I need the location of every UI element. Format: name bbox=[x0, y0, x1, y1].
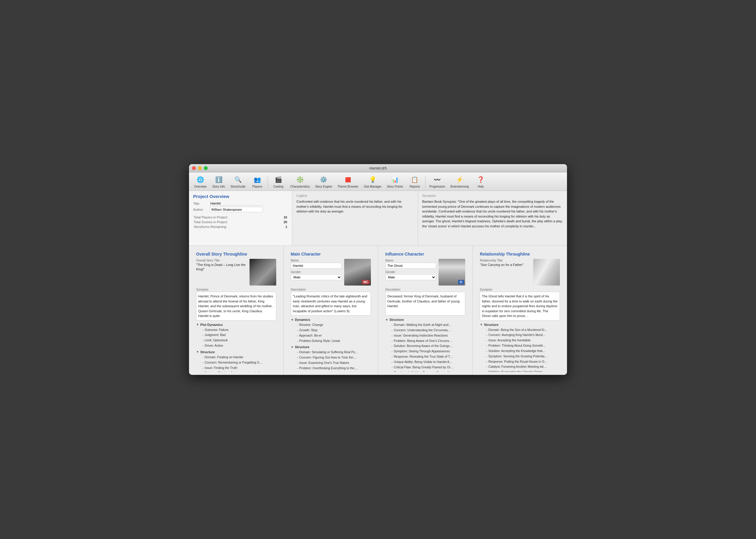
characteristics-icon: ❇️ bbox=[295, 175, 305, 184]
rel-title-label: Relationship Title: bbox=[480, 259, 531, 262]
toolbar-story-points[interactable]: 📊 Story Points bbox=[384, 174, 405, 190]
maximize-button[interactable] bbox=[204, 166, 208, 170]
main-char-dynamics-heading[interactable]: ▼ Dynamics bbox=[291, 318, 371, 321]
close-button[interactable] bbox=[192, 166, 196, 170]
progression-label: Progression bbox=[429, 185, 445, 188]
rel-structure-heading[interactable]: ▼ Structure bbox=[480, 323, 560, 327]
toolbar-overview[interactable]: 🌐 Overview bbox=[191, 174, 209, 190]
influence-char-inner[interactable]: Influence Character Name: Gender: Male F… bbox=[382, 249, 469, 372]
rel-img-placeholder bbox=[533, 259, 560, 285]
overall-story-inner[interactable]: Overall Story Throughline Overall Story … bbox=[192, 249, 280, 372]
overall-structure-heading[interactable]: ▼ Structure bbox=[196, 350, 276, 354]
toolbar-story-engine[interactable]: ⚙️ Story Engine bbox=[313, 174, 334, 190]
main-content: Project Overview Title: Author: Total Pl… bbox=[189, 191, 567, 375]
toolbar-story-info[interactable]: ℹ️ Story Info bbox=[210, 174, 228, 190]
rel-struct-arrow-icon: ▼ bbox=[480, 323, 483, 326]
ic-badge: IC bbox=[458, 280, 464, 284]
players-stat-value: 16 bbox=[278, 215, 287, 219]
title-bar: Hamlet.dr5 bbox=[189, 164, 567, 173]
main-char-header: Name: Gender: Male Female MC bbox=[291, 259, 371, 285]
story-points-label: Story Points bbox=[387, 185, 403, 188]
mc-badge: MC bbox=[362, 280, 370, 284]
toolbar-help[interactable]: ❓ Help bbox=[472, 174, 490, 190]
overall-plot-heading[interactable]: ▼ Plot Dynamics bbox=[196, 323, 276, 327]
main-char-name-label: Name: bbox=[291, 259, 342, 262]
ic-concern: Concern: Understanding the Circumsta… bbox=[385, 328, 465, 333]
main-char-structure: ▼ Structure Domain: Simulating or Suffer… bbox=[291, 345, 371, 372]
ic-structure: ▼ Structure Domain: Walking the Earth at… bbox=[385, 318, 465, 372]
ic-structure-heading[interactable]: ▼ Structure bbox=[385, 318, 465, 321]
toolbar-players[interactable]: 👥 Players bbox=[248, 174, 266, 190]
mc-struct-arrow-icon: ▼ bbox=[291, 346, 294, 349]
minimize-button[interactable] bbox=[198, 166, 202, 170]
main-char-inner[interactable]: Main Character Name: Gender: Male Female bbox=[287, 249, 375, 372]
toolbar-casting[interactable]: 🎬 Casting bbox=[269, 174, 287, 190]
toolbar-progression[interactable]: 〰️ Progression bbox=[427, 174, 447, 190]
overall-outcome: Outcome: Failure bbox=[196, 327, 276, 333]
project-overview-panel: Project Overview Title: Author: Total Pl… bbox=[189, 191, 292, 246]
toolbar-storyguide[interactable]: 🔍 StoryGuide bbox=[228, 174, 248, 190]
toolbar-theme-browser[interactable]: 🟥 Theme Browser bbox=[335, 174, 361, 190]
title-input[interactable] bbox=[209, 201, 263, 206]
ic-name-input[interactable] bbox=[385, 263, 437, 269]
influence-char-title: Influence Character bbox=[385, 252, 465, 257]
mc-structure-label: Structure bbox=[295, 345, 309, 349]
title-label: Title: bbox=[193, 202, 209, 205]
toolbar-gist-manager[interactable]: 💡 Gist Manager bbox=[361, 174, 384, 190]
overall-driver: Driver: Action bbox=[196, 343, 276, 348]
toolbar-brainstorming[interactable]: ⚡ Brainstorming bbox=[448, 174, 471, 190]
rel-concern: Concern: Avenging King Hamlet's Murd… bbox=[480, 333, 560, 338]
story-points-icon: 📊 bbox=[390, 175, 400, 184]
main-char-col: Main Character Name: Gender: Male Female bbox=[284, 246, 378, 375]
ic-gender-select[interactable]: Male Female bbox=[385, 274, 437, 280]
mc-dynamics-label: Dynamics bbox=[295, 318, 310, 321]
main-char-text-area: Name: Gender: Male Female bbox=[291, 259, 342, 285]
story-engine-icon: ⚙️ bbox=[319, 175, 328, 184]
mc-dynamics-arrow-icon: ▼ bbox=[291, 318, 294, 321]
progression-icon: 〰️ bbox=[433, 175, 442, 184]
toolbar-divider-2 bbox=[425, 176, 426, 188]
main-char-name-input[interactable] bbox=[291, 263, 342, 269]
overall-structure-label: Structure bbox=[200, 350, 215, 354]
ic-struct-arrow-icon: ▼ bbox=[385, 318, 388, 321]
plot-dynamics-label: Plot Dynamics bbox=[200, 323, 223, 327]
characteristics-label: Characteristics bbox=[290, 185, 310, 188]
window-title: Hamlet.dr5 bbox=[370, 166, 387, 170]
ic-response: Response: Revealing the True State of T… bbox=[385, 354, 465, 359]
brainstorming-icon: ⚡ bbox=[455, 175, 464, 184]
ic-gender-label: Gender: bbox=[385, 270, 437, 274]
overall-text-area: Overall Story Title: "The King is Dead –… bbox=[196, 259, 247, 285]
ic-desc-text: Deceased; former King of Denmark, husban… bbox=[385, 292, 465, 316]
overall-issue: Issue: Finding the Truth bbox=[196, 365, 276, 371]
toolbar-characteristics[interactable]: ❇️ Characteristics bbox=[288, 174, 312, 190]
synopsis-top-panel: Synopsis: Bantam Book Synopsis: "One of … bbox=[418, 191, 567, 246]
author-input[interactable] bbox=[209, 207, 263, 212]
overall-plot-dynamics: ▼ Plot Dynamics Outcome: Failure Judgmen… bbox=[196, 323, 276, 348]
mc-structure-heading[interactable]: ▼ Structure bbox=[291, 345, 371, 349]
overall-image-placeholder bbox=[249, 259, 276, 285]
bottom-columns: Overall Story Throughline Overall Story … bbox=[189, 246, 567, 375]
relationship-inner[interactable]: Relationship Throughline Relationship Ti… bbox=[476, 249, 564, 372]
theme-browser-label: Theme Browser bbox=[337, 185, 358, 188]
stat-row-storyforms: Storyforms Remaining: 1 bbox=[194, 225, 287, 229]
storyforms-stat-value: 1 bbox=[278, 225, 287, 229]
storyforms-stat-label: Storyforms Remaining: bbox=[194, 225, 278, 229]
ic-desc-label: Description: bbox=[385, 288, 465, 291]
title-row: Title: bbox=[193, 201, 288, 206]
gist-manager-icon: 💡 bbox=[368, 175, 378, 184]
toolbar-reports[interactable]: 📋 Reports bbox=[406, 174, 424, 190]
logline-text: Confronted with evidence that his uncle … bbox=[297, 199, 414, 214]
ic-domain: Domain: Walking the Earth at Night and… bbox=[385, 322, 465, 328]
ic-image: IC bbox=[439, 259, 465, 285]
ic-issue: Issue: Generating Instinctive Reactions bbox=[385, 333, 465, 338]
rel-inhibitor: Inhibitor: Suspecting the Ghost's Origin… bbox=[480, 369, 560, 372]
main-char-desc-text: "Leading Romantic critics of the late ei… bbox=[291, 292, 371, 316]
traffic-lights bbox=[192, 166, 208, 170]
relationship-col: Relationship Throughline Relationship Ti… bbox=[473, 246, 567, 375]
storyguide-label: StoryGuide bbox=[231, 185, 245, 188]
main-char-gender-select[interactable]: Male Female bbox=[291, 274, 342, 280]
overall-image bbox=[249, 259, 276, 285]
mc-solution: Solution: Acting on Knowledge bbox=[291, 371, 371, 372]
help-label: Help bbox=[478, 185, 484, 188]
gist-manager-label: Gist Manager bbox=[364, 185, 381, 188]
